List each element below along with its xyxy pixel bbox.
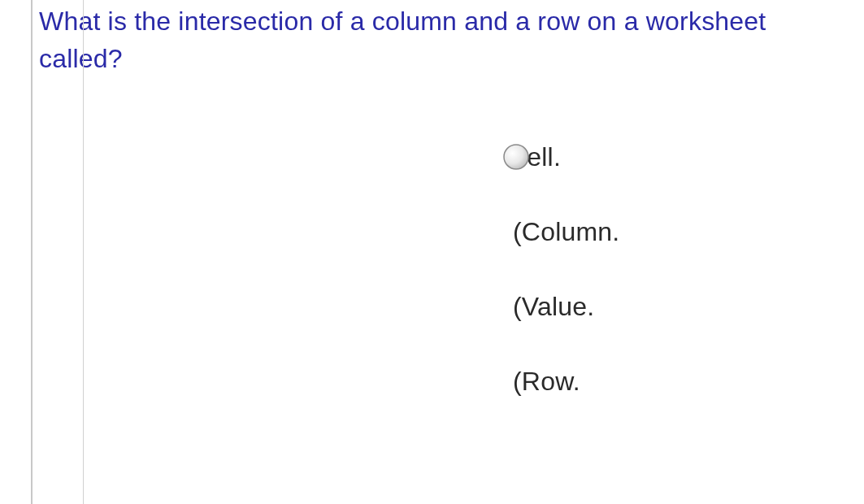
question-text: What is the intersection of a column and… — [33, 0, 864, 78]
vertical-divider — [83, 0, 84, 504]
option-row-answer[interactable]: (Row. — [502, 367, 864, 395]
radio-icon[interactable] — [502, 143, 530, 171]
option-value[interactable]: (Value. — [502, 293, 864, 320]
radio-icon[interactable] — [502, 218, 530, 245]
svg-point-0 — [504, 145, 528, 169]
option-cell[interactable]: Cell. — [502, 143, 864, 171]
options-list: Cell. (Column. (Value. (Row. — [502, 143, 864, 395]
option-column[interactable]: (Column. — [502, 218, 864, 245]
radio-icon[interactable] — [502, 367, 530, 395]
left-gutter — [0, 0, 33, 504]
radio-icon[interactable] — [502, 293, 530, 320]
